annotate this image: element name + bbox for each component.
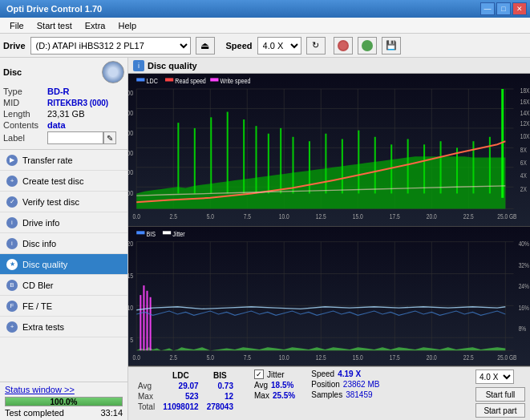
drive-info-button[interactable] (334, 37, 353, 55)
disc-panel-title: Disc (3, 67, 22, 77)
menu-file[interactable]: File (3, 19, 30, 32)
svg-text:10.0: 10.0 (279, 354, 289, 362)
drive-eject-button[interactable]: ⏏ (196, 37, 215, 55)
status-bottom: Test completed 33:14 (5, 408, 123, 418)
stats-avg-bis: 0.73 (204, 382, 237, 390)
stats-avg-ldc: 29.07 (160, 382, 202, 390)
position-label: Position (311, 380, 340, 389)
stats-avg-label: Avg (135, 382, 158, 390)
close-button[interactable]: ✕ (512, 2, 527, 15)
status-window-button[interactable]: Status window >> (5, 385, 75, 394)
svg-text:20: 20 (128, 239, 133, 248)
svg-rect-54 (342, 139, 343, 193)
svg-text:20.0: 20.0 (427, 212, 437, 220)
sidebar-item-drive-info[interactable]: i Drive info (0, 212, 127, 233)
minimize-button[interactable]: — (480, 2, 495, 15)
disc-contents-label: Contents (3, 120, 47, 130)
sidebar-item-transfer-rate[interactable]: ▶ Transfer rate (0, 150, 127, 171)
svg-rect-77 (136, 231, 144, 234)
disc-quality-title: Disc quality (148, 61, 197, 71)
disc-quality-panel-icon: i (133, 60, 144, 71)
app-title: Opti Drive Control 1.70 (3, 4, 102, 14)
charts-area: LDC Read speed Write speed 600 500 400 3… (128, 74, 530, 366)
start-full-button[interactable]: Start full (475, 387, 525, 402)
svg-rect-60 (440, 141, 442, 193)
drive-select[interactable]: (D:) ATAPI iHBS312 2 PL17 (30, 37, 191, 55)
speed-refresh-button[interactable]: ↻ (306, 37, 326, 55)
maximize-button[interactable]: □ (496, 2, 511, 15)
svg-rect-43 (177, 123, 179, 193)
disc-label-edit-button[interactable]: ✎ (103, 131, 116, 144)
stats-total-label: Total (135, 402, 158, 411)
sidebar-item-disc-info[interactable]: i Disc info (0, 233, 127, 254)
disc-length-value: 23,31 GB (47, 109, 84, 119)
sidebar-item-create-test-disc[interactable]: + Create test disc (0, 171, 127, 192)
chart2-container: BIS Jitter 20 15 10 5 40% 32% 24% 16% 8% (128, 227, 530, 366)
svg-rect-55 (358, 131, 359, 194)
disc-length-row: Length 23,31 GB (3, 109, 124, 119)
disc-label-label: Label (3, 133, 47, 143)
svg-text:22.5: 22.5 (463, 212, 474, 220)
svg-rect-107 (143, 285, 144, 350)
samples-label: Samples (311, 390, 342, 399)
stats-total-bis: 278043 (204, 402, 237, 411)
svg-text:7.5: 7.5 (244, 354, 251, 362)
disc-label-input[interactable] (47, 131, 103, 144)
sidebar-item-verify-test-disc-label: Verify test disc (22, 197, 79, 207)
stats-bis-header: BIS (204, 371, 237, 380)
svg-rect-6 (165, 78, 173, 81)
menu-help[interactable]: Help (111, 19, 143, 32)
jitter-checkbox[interactable]: ✓ (254, 370, 264, 379)
start-part-button[interactable]: Start part (475, 403, 525, 418)
svg-rect-45 (210, 117, 212, 193)
disc-info-button[interactable] (358, 37, 377, 55)
svg-rect-56 (374, 137, 376, 194)
chart1-svg: LDC Read speed Write speed 600 500 400 3… (128, 74, 530, 226)
svg-text:14X: 14X (520, 109, 530, 117)
menu-start-test[interactable]: Start test (30, 19, 79, 32)
disc-type-label: Type (3, 87, 47, 96)
speed-label: Speed (226, 41, 253, 50)
drive-info-icon: i (6, 217, 18, 228)
sidebar-item-fe-te[interactable]: F FE / TE (0, 296, 127, 317)
svg-text:300: 300 (128, 148, 133, 157)
svg-text:Write speed: Write speed (220, 76, 251, 85)
sidebar-item-verify-test-disc[interactable]: ✓ Verify test disc (0, 192, 127, 212)
svg-text:400: 400 (128, 128, 133, 137)
svg-text:0.0: 0.0 (133, 212, 141, 220)
svg-point-2 (362, 40, 373, 51)
disc-mid-label: MID (3, 98, 47, 107)
sidebar-item-cd-bler[interactable]: B CD Bler (0, 275, 127, 296)
svg-text:15: 15 (128, 271, 133, 280)
save-button[interactable]: 💾 (382, 37, 401, 55)
svg-text:BIS: BIS (146, 229, 156, 238)
svg-rect-44 (194, 128, 196, 193)
svg-text:6X: 6X (520, 159, 528, 167)
progress-text: 100.0% (6, 398, 122, 407)
menu-extra[interactable]: Extra (79, 19, 112, 32)
stats-speed-select[interactable]: 4.0 X (475, 370, 514, 384)
jitter-max-label: Max (254, 391, 269, 400)
cd-bler-icon: B (6, 280, 18, 291)
jitter-avg-value: 18.5% (271, 381, 293, 390)
svg-rect-53 (325, 134, 326, 194)
sidebar-item-extra-tests[interactable]: + Extra tests (0, 317, 127, 337)
speed-select[interactable]: 4.0 X (257, 37, 301, 55)
svg-text:25.0 GB: 25.0 GB (497, 354, 516, 362)
jitter-label: Jitter (267, 370, 285, 379)
svg-text:7.5: 7.5 (244, 212, 252, 220)
sidebar-item-disc-quality-label: Disc quality (22, 260, 67, 269)
chart2-svg: BIS Jitter 20 15 10 5 40% 32% 24% 16% 8% (128, 227, 530, 365)
stats-table: LDC BIS Avg 29.07 0.73 Max 523 12 Total … (133, 370, 238, 413)
extra-tests-icon: + (6, 321, 18, 333)
disc-contents-row: Contents data (3, 120, 124, 130)
sidebar-item-create-test-disc-label: Create test disc (22, 176, 83, 186)
disc-info-icon: i (6, 238, 18, 249)
svg-text:Read speed: Read speed (175, 76, 206, 85)
svg-text:15.0: 15.0 (353, 212, 363, 220)
disc-length-label: Length (3, 109, 47, 119)
sidebar-item-disc-quality[interactable]: ★ Disc quality (0, 254, 127, 275)
svg-text:8X: 8X (520, 146, 528, 154)
svg-text:16%: 16% (519, 304, 529, 312)
disc-panel: Disc Type BD-R MID RITEKBR3 (000) Length… (0, 58, 127, 150)
